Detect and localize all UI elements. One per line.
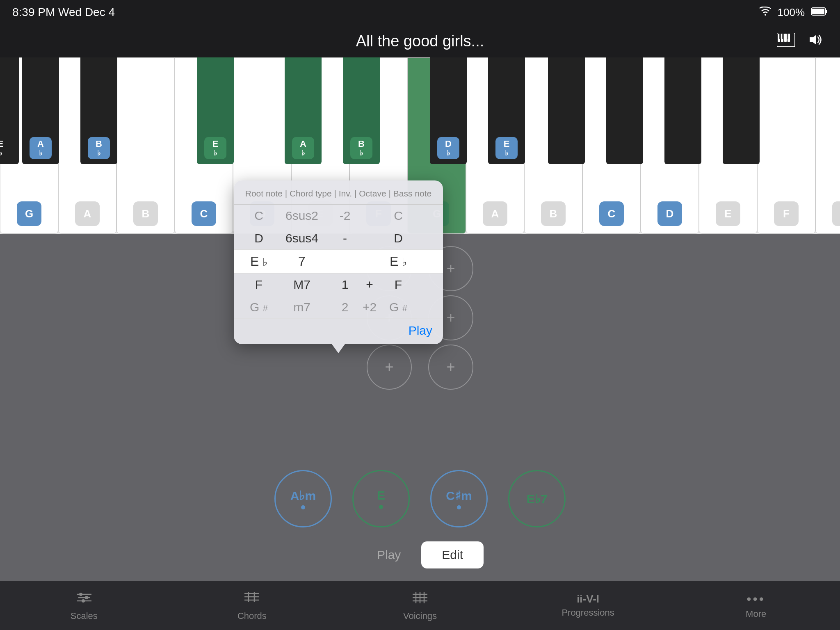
key-label-f3: F xyxy=(774,201,799,226)
popup-bass-1: C xyxy=(380,209,417,223)
popup-plus-5: +2 xyxy=(359,300,380,314)
black-key-bb1[interactable]: B♭ xyxy=(80,57,117,164)
svg-marker-11 xyxy=(810,35,816,45)
key-label-g3 xyxy=(832,201,840,226)
white-key-b1[interactable]: B xyxy=(116,57,175,234)
more-icon: ••• xyxy=(746,592,765,605)
white-key-f3[interactable]: F xyxy=(757,57,815,234)
bklabel-eb2: E♭ xyxy=(204,137,226,159)
black-key-db4[interactable] xyxy=(664,57,701,164)
popup-root-4: F xyxy=(244,278,273,292)
svg-point-16 xyxy=(85,596,88,599)
bklabel-eb1: E♭ xyxy=(0,137,11,159)
scales-icon xyxy=(75,590,93,607)
svg-rect-8 xyxy=(779,34,781,39)
bklabel-bb1: B♭ xyxy=(88,137,110,159)
black-key-bb3[interactable] xyxy=(606,57,643,164)
popup-bass-4: F xyxy=(380,278,417,292)
popup-header: Root note | Chord type | Inv. | Octave |… xyxy=(234,189,443,205)
svg-rect-10 xyxy=(787,34,788,39)
popup-play-button[interactable]: Play xyxy=(234,319,443,340)
chord-csharpm-dot xyxy=(457,505,461,509)
popup-type-5: m7 xyxy=(273,300,331,314)
battery-icon xyxy=(811,7,828,18)
chord-abm-label: A♭m xyxy=(290,488,316,503)
nav-more-label: More xyxy=(746,609,766,619)
popup-root-5: G # xyxy=(244,300,273,314)
black-key-eb3[interactable]: E♭ xyxy=(488,57,525,164)
bottom-nav: Scales Chords Voicings ii-V-I Progressio… xyxy=(0,581,840,630)
popup-type-4: M7 xyxy=(273,278,331,292)
header-icons xyxy=(777,33,824,50)
nav-more[interactable]: ••• More xyxy=(672,592,840,619)
black-key-ab3[interactable] xyxy=(548,57,585,164)
nav-chords[interactable]: Chords xyxy=(168,590,336,621)
key-label-b1: B xyxy=(133,201,158,226)
popup-bass-3: E ♭ xyxy=(380,254,417,269)
add-circles-row-3: + + xyxy=(0,345,840,390)
key-label-g1: G xyxy=(17,201,41,226)
voicings-icon xyxy=(411,590,429,607)
chord-abm[interactable]: A♭m xyxy=(274,470,332,527)
nav-scales[interactable]: Scales xyxy=(0,590,168,621)
black-key-ab2[interactable]: A♭ xyxy=(285,57,322,164)
svg-rect-2 xyxy=(812,9,824,14)
black-key-db3[interactable]: D♭ xyxy=(430,57,467,164)
chord-e[interactable]: E xyxy=(352,470,410,527)
black-key-eb1[interactable]: E♭ xyxy=(0,57,19,164)
popup-root-1: C xyxy=(244,209,273,223)
chord-circles-container: A♭m E C♯m E♭7 xyxy=(0,470,840,527)
bklabel-eb3: E♭ xyxy=(495,137,518,159)
popup-inv-2: - xyxy=(331,231,359,245)
song-title: All the good girls... xyxy=(356,32,484,50)
svg-rect-6 xyxy=(784,34,787,42)
nav-voicings[interactable]: Voicings xyxy=(336,590,504,621)
popup-type-1: 6sus2 xyxy=(273,209,331,223)
white-key-g3[interactable] xyxy=(815,57,840,234)
black-key-bb2[interactable]: B♭ xyxy=(343,57,380,164)
add-circle-5[interactable]: + xyxy=(367,345,412,390)
popup-inv-4: 1 xyxy=(331,278,359,292)
chord-eb7-label: E♭7 xyxy=(527,492,548,506)
nav-scales-label: Scales xyxy=(71,611,98,621)
play-edit-row: Play Edit xyxy=(0,541,840,568)
black-key-eb4[interactable] xyxy=(723,57,760,164)
bklabel-ab2: A♭ xyxy=(292,137,314,159)
add-circle-6[interactable]: + xyxy=(428,345,473,390)
chords-icon xyxy=(243,590,261,607)
chord-eb7[interactable]: E♭7 xyxy=(508,470,566,527)
popup-inv-1: -2 xyxy=(331,209,359,223)
popup-type-3: 7 xyxy=(273,254,331,269)
chord-abm-dot xyxy=(301,505,305,509)
header: All the good girls... xyxy=(0,25,840,57)
popup-row-2[interactable]: D 6sus4 - D xyxy=(234,227,443,250)
popup-bass-5: G # xyxy=(380,300,417,314)
popup-row-5[interactable]: G # m7 2 +2 G # xyxy=(234,296,443,319)
black-key-eb2[interactable]: E♭ xyxy=(197,57,234,164)
chord-popup: Root note | Chord type | Inv. | Octave |… xyxy=(234,180,443,344)
edit-button[interactable]: Edit xyxy=(421,541,484,568)
bklabel-ab1: A♭ xyxy=(30,137,52,159)
key-label-c2: C xyxy=(192,201,216,226)
nav-progressions-label: Progressions xyxy=(562,607,614,618)
nav-chords-label: Chords xyxy=(237,611,267,621)
status-right: 100% xyxy=(760,6,828,19)
piano-icon[interactable] xyxy=(777,33,795,50)
popup-row-3[interactable]: E ♭ 7 E ♭ xyxy=(234,250,443,274)
popup-type-2: 6sus4 xyxy=(273,231,331,245)
svg-rect-9 xyxy=(782,34,784,39)
bklabel-bb2: B♭ xyxy=(350,137,372,159)
chord-csharpm-label: C♯m xyxy=(446,488,472,503)
chord-csharpm[interactable]: C♯m xyxy=(430,470,488,527)
popup-root-3: E ♭ xyxy=(244,254,273,269)
play-button[interactable]: Play xyxy=(356,541,421,568)
popup-row-1[interactable]: C 6sus2 -2 C xyxy=(234,205,443,227)
key-label-a1: A xyxy=(75,201,100,226)
sound-icon[interactable] xyxy=(807,33,824,50)
popup-row-4[interactable]: F M7 1 + F xyxy=(234,274,443,296)
nav-voicings-label: Voicings xyxy=(403,611,437,621)
chord-e-label: E xyxy=(377,488,385,502)
nav-progressions[interactable]: ii-V-I Progressions xyxy=(504,593,672,618)
black-key-ab1[interactable]: A♭ xyxy=(22,57,59,164)
key-label-e3: E xyxy=(716,201,740,226)
